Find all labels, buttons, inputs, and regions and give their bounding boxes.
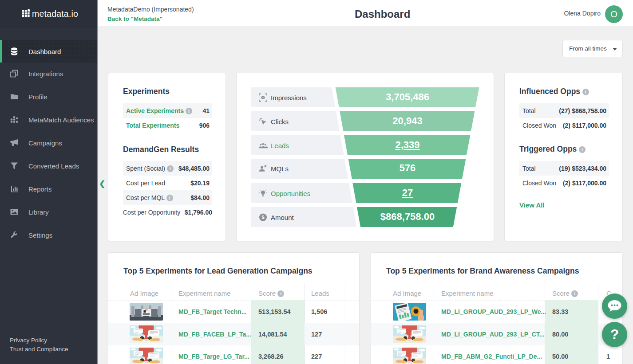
svg-text:$: $ [261, 215, 265, 220]
